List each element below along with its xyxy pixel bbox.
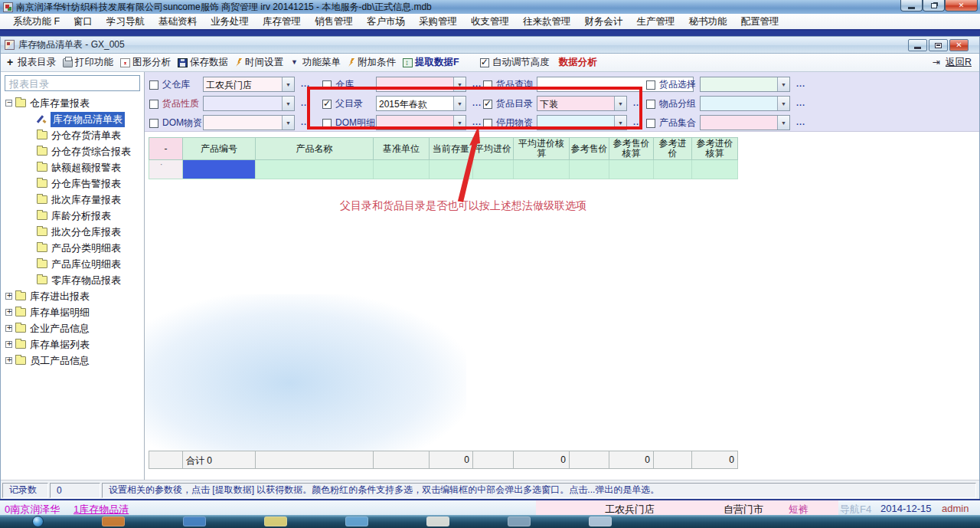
filter-checkbox-产品集合[interactable] — [646, 119, 655, 128]
table-cell[interactable] — [692, 160, 738, 179]
tree-item-产品分类明细表[interactable]: 产品分类明细表 — [1, 240, 145, 256]
filter-dropdown-货品选择[interactable]: ▼ — [700, 77, 790, 92]
tree-item-缺额超额报警表[interactable]: 缺额超额报警表 — [1, 159, 145, 175]
menu-item-配置管理[interactable]: 配置管理 — [734, 14, 786, 30]
window-icon[interactable] — [589, 517, 612, 526]
column-header-基准单位[interactable]: 基准单位 — [374, 137, 430, 160]
folder-icon[interactable] — [183, 517, 206, 526]
table-cell[interactable] — [570, 160, 609, 179]
collapse-minus-icon[interactable] — [5, 100, 12, 107]
minimize-button[interactable] — [900, 0, 923, 11]
column-header-参考进价核算[interactable]: 参考进价核算 — [692, 137, 738, 160]
tree-item-企业产品信息[interactable]: 企业产品信息 — [1, 320, 145, 336]
tree-item-批次分仓库报表[interactable]: 批次分仓库报表 — [1, 224, 145, 240]
browser-icon[interactable] — [102, 517, 125, 526]
return-button[interactable]: 返回R — [933, 56, 972, 69]
subwindow-close-button[interactable]: ✕ — [949, 39, 969, 51]
filter-dropdown-产品集合[interactable]: ▼ — [700, 115, 790, 130]
menu-item-销售管理[interactable]: 销售管理 — [308, 14, 360, 30]
menu-item-生产管理[interactable]: 生产管理 — [630, 14, 682, 30]
tree-item-产品库位明细表[interactable]: 产品库位明细表 — [1, 256, 145, 272]
tree-item-库存单据明细[interactable]: 库存单据明细 — [1, 304, 145, 320]
chevron-down-icon[interactable]: ▼ — [282, 116, 294, 130]
table-cell[interactable] — [374, 160, 430, 179]
column-header-产品编号[interactable]: 产品编号 — [183, 137, 256, 160]
menu-item-采购管理[interactable]: 采购管理 — [412, 14, 464, 30]
close-button[interactable]: ✕ — [945, 0, 978, 11]
more-options-button[interactable]: ... — [796, 79, 805, 88]
document-icon[interactable] — [426, 517, 449, 526]
table-cell[interactable]: · — [149, 160, 183, 179]
more-options-button[interactable]: ... — [796, 117, 805, 126]
tree-item-库存进出报表[interactable]: 库存进出报表 — [1, 288, 145, 304]
column-header--[interactable]: - — [149, 137, 183, 160]
filter-checkbox-父仓库[interactable] — [149, 80, 158, 90]
tree-item-库龄分析报表[interactable]: 库龄分析报表 — [1, 208, 145, 224]
toolbar-button-时间设置[interactable]: 时间设置 — [235, 56, 283, 69]
expand-plus-icon[interactable] — [5, 357, 12, 364]
filter-checkbox-物品分组[interactable] — [646, 100, 655, 109]
menu-item-系统功能 F[interactable]: 系统功能 F — [6, 14, 67, 30]
tree-item-批次库存量报表[interactable]: 批次库存量报表 — [1, 192, 145, 208]
filter-checkbox-货品性质[interactable] — [149, 100, 158, 109]
table-cell[interactable] — [514, 160, 570, 179]
tree-item-库存物品清单表[interactable]: 库存物品清单表 — [1, 111, 145, 127]
column-header-参考进价[interactable]: 参考进价 — [654, 137, 692, 160]
menu-item-窗口[interactable]: 窗口 — [67, 14, 100, 30]
tree-item-分仓存货清单表[interactable]: 分仓存货清单表 — [1, 127, 145, 143]
table-cell[interactable] — [609, 160, 654, 179]
toolbar-button-报表目录[interactable]: 报表目录 — [5, 56, 56, 69]
filter-checkbox-DOM物资[interactable] — [149, 119, 158, 128]
menu-item-业务处理[interactable]: 业务处理 — [204, 14, 256, 30]
table-cell[interactable] — [256, 160, 374, 179]
toolbar-button-图形分析[interactable]: 图形分析 — [120, 56, 171, 69]
tree-item-零库存物品报表[interactable]: 零库存物品报表 — [1, 272, 145, 288]
tree-item-员工产品信息[interactable]: 员工产品信息 — [1, 353, 145, 369]
start-orb[interactable] — [32, 516, 44, 527]
toolbar-button-功能菜单[interactable]: 功能菜单 — [290, 56, 341, 69]
more-options-button[interactable]: ... — [796, 98, 805, 107]
data-analysis-button[interactable]: 数据分析 — [559, 56, 597, 69]
auto-height-toggle[interactable]: 自动调节高度 — [480, 56, 550, 69]
column-header-参考售价核算[interactable]: 参考售价核算 — [609, 137, 654, 160]
subwindow-restore-button[interactable] — [929, 39, 948, 51]
chevron-down-icon[interactable]: ▼ — [282, 97, 294, 110]
expand-plus-icon[interactable] — [5, 325, 12, 332]
filter-dropdown-父仓库[interactable]: 工农兵门店▼ — [203, 77, 295, 92]
toolbar-button-保存数据[interactable]: 保存数据 — [178, 56, 228, 69]
chevron-down-icon[interactable]: ▼ — [777, 116, 789, 130]
filter-dropdown-货品性质[interactable]: ▼ — [203, 96, 295, 111]
expand-plus-icon[interactable] — [5, 309, 12, 316]
menu-item-学习导航[interactable]: 学习导航 — [100, 14, 152, 30]
menu-item-财务会计[interactable]: 财务会计 — [578, 14, 630, 30]
tree-search-input[interactable]: 报表目录 — [5, 75, 140, 91]
menu-item-基础资料[interactable]: 基础资料 — [152, 14, 204, 30]
chevron-down-icon[interactable]: ▼ — [282, 77, 294, 91]
tree-item-库存单据列表[interactable]: 库存单据列表 — [1, 336, 145, 353]
selected-cell[interactable] — [183, 160, 256, 179]
expand-plus-icon[interactable] — [5, 341, 12, 348]
column-header-参考售价[interactable]: 参考售价 — [570, 137, 609, 160]
app-icon[interactable] — [264, 517, 287, 526]
auto-height-checkbox[interactable] — [480, 58, 489, 67]
tree-item-仓库存量报表[interactable]: 仓库存量报表 — [1, 95, 145, 111]
menu-item-收支管理[interactable]: 收支管理 — [464, 14, 516, 30]
column-header-平均进价核算[interactable]: 平均进价核算 — [514, 137, 570, 160]
tree-item-分仓库告警报表[interactable]: 分仓库告警报表 — [1, 175, 145, 192]
menu-item-库存管理[interactable]: 库存管理 — [256, 14, 308, 30]
table-cell[interactable] — [654, 160, 692, 179]
expand-plus-icon[interactable] — [5, 293, 12, 300]
tree-item-分仓存货综合报表[interactable]: 分仓存货综合报表 — [1, 143, 145, 159]
app-icon[interactable] — [345, 517, 368, 526]
chevron-down-icon[interactable]: ▼ — [777, 77, 789, 91]
filter-checkbox-货品选择[interactable] — [646, 80, 655, 90]
filter-dropdown-DOM物资[interactable]: ▼ — [203, 115, 295, 130]
menu-item-客户市场[interactable]: 客户市场 — [360, 14, 412, 30]
column-header-产品名称[interactable]: 产品名称 — [256, 137, 374, 160]
toolbar-button-提取数据F[interactable]: 提取数据F — [403, 56, 459, 69]
toolbar-button-打印功能[interactable]: 打印功能 — [63, 56, 113, 69]
subwindow-minimize-button[interactable] — [908, 39, 927, 51]
app-icon[interactable] — [508, 517, 531, 526]
restore-button[interactable] — [923, 0, 945, 11]
filter-dropdown-物品分组[interactable]: ▼ — [700, 96, 790, 111]
